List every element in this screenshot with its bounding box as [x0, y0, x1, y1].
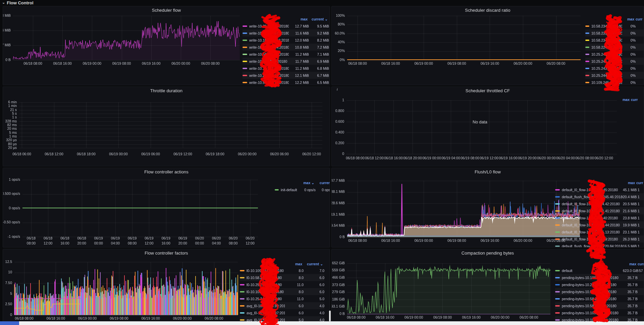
legend-series-current: 7.2 MiB: [309, 45, 329, 49]
legend-series-name[interactable]: write-10.58.245.32:20180: [249, 52, 289, 56]
legend-series-name[interactable]: default_flush_flow-10.109.220.84:20180: [562, 244, 623, 248]
legend-series-name[interactable]: write-10.25.245.45:20180: [249, 24, 289, 28]
legend-series-name[interactable]: 10.25.244.48:20180: [591, 73, 622, 77]
legend-row: write-10.25.245.45:2018012.7 MiB9.5 MiB: [243, 22, 329, 30]
panel-title[interactable]: Scheduler throttled CF: [332, 88, 644, 93]
legend-series-name[interactable]: write-10.58.234.67:20180: [249, 31, 289, 35]
legend-series-name[interactable]: write-10.25.245.18:20180: [249, 73, 289, 77]
legend-series-max: 0%: [622, 31, 636, 35]
legend-series-name[interactable]: default_l0_flow-10.58.234.99:20180: [562, 237, 623, 241]
panel-title[interactable]: Scheduler discard ratio: [332, 8, 644, 13]
legend-series-current: 7.0: [304, 269, 324, 273]
legend-series-name[interactable]: default_l0_flow-10.109.245.13:20180: [562, 230, 623, 234]
legend-header-curr[interactable]: curr: [634, 17, 644, 21]
panel-title[interactable]: Flow controller actions: [3, 169, 330, 174]
legend-header-curr[interactable]: curr: [630, 98, 644, 102]
legend-series-name[interactable]: init-default: [281, 188, 301, 192]
legend-series-name[interactable]: default_l0_flow-10.109.234.42:20180: [562, 202, 623, 206]
series-color-swatch: [243, 75, 247, 76]
legend-header-max[interactable]: max: [287, 17, 308, 21]
series-color-swatch: [555, 210, 560, 212]
legend-series-name[interactable]: 10.25.243.42:20180: [591, 66, 622, 70]
series-color-swatch: [555, 312, 560, 314]
legend-header-max[interactable]: max: [621, 17, 634, 21]
panel-title[interactable]: Throttle duration: [3, 88, 330, 93]
legend-flush_l0_flow: maxcurrdefault_l0_flow-10.25.245.45:2018…: [555, 180, 644, 248]
legend-series-name[interactable]: default_l0_flow-10.25.245.45:20180: [562, 188, 623, 192]
legend-row: l0-10.109.234.44:201808.07.0: [240, 267, 324, 274]
legend-row: avg_l0-10.58.234.99:201806.04.0: [240, 302, 324, 309]
legend-header-curr[interactable]: curr: [636, 262, 644, 266]
legend-series-name[interactable]: 10.58.231.47:20180: [591, 31, 622, 35]
legend-header-max[interactable]: max: [622, 262, 636, 266]
throttle-duration-chart[interactable]: [3, 87, 330, 166]
series-color-swatch: [555, 217, 560, 219]
legend-series-name[interactable]: 10.25.241.30:20180: [591, 52, 622, 56]
legend-series-max: 35.7 B: [623, 276, 638, 280]
series-color-swatch: [555, 277, 560, 278]
legend-series-name[interactable]: default_l0_flow-10.109.234.44:20180: [562, 223, 623, 227]
legend-series-name[interactable]: avg_l0-10.58.234.99:20180: [247, 304, 285, 308]
panel-vertical-scrollbar-thumb[interactable]: [329, 311, 331, 321]
page-horizontal-scrollbar-thumb[interactable]: [0, 321, 19, 325]
legend-scheduler_throttled_cf: maxcurr: [616, 97, 644, 103]
legend-header-max[interactable]: max: [622, 181, 635, 185]
panel-title[interactable]: Flow controller factors: [3, 251, 330, 256]
legend-header-curr[interactable]: curr: [635, 181, 644, 185]
legend-series-name[interactable]: pending-bytes-10.25.241.41:20180: [562, 283, 623, 287]
legend-series-name[interactable]: write-10.58.234.99:20180: [249, 80, 289, 85]
series-color-swatch: [243, 68, 247, 69]
scheduler-throttled-cf-chart[interactable]: [332, 87, 644, 166]
legend-series-name[interactable]: pending-bytes-10.58.234.42:20180: [562, 297, 623, 301]
legend-series-name[interactable]: l0-10.109.245.13:20180: [247, 290, 285, 294]
panel-info-icon[interactable]: i: [333, 88, 338, 91]
panel-title[interactable]: Flush/L0 flow: [332, 169, 644, 174]
legend-series-max: 6.0: [285, 311, 304, 315]
row-title: Flow Control: [7, 0, 33, 5]
legend-series-name[interactable]: 10.58.234.59:20180: [591, 38, 622, 42]
legend-series-name[interactable]: 10.58.224.40:20180: [591, 45, 622, 49]
legend-series-name[interactable]: write-10.25.241.41:20180: [249, 66, 289, 70]
legend-series-name[interactable]: l0-10.58.234.41:20180: [247, 276, 285, 280]
legend-header-max[interactable]: max ⌄: [300, 181, 314, 185]
legend-series-name[interactable]: l0-10.109.234.44:20180: [247, 269, 285, 273]
legend-row: default_l0_flow-10.109.234.44:2018019.9 …: [555, 221, 644, 228]
legend-series-name[interactable]: default_flush_flow-10.109.245.46:20180: [562, 195, 623, 199]
legend-series-name[interactable]: default: [562, 269, 623, 273]
legend-series-name[interactable]: 10.25.245.41:20180: [591, 59, 622, 63]
legend-series-name[interactable]: pending-bytes-10.58.234.40:20180: [562, 290, 623, 294]
series-color-swatch: [555, 238, 560, 240]
panel-compaction-pending-bytes: Compaction pending bytes maxcurrdefault6…: [331, 249, 644, 325]
legend-row: write-10.58.234.67:2018011.6 MiB9.2 MiB: [243, 30, 329, 37]
legend-row: pending-bytes-10.25.241.41:2018035.7 B: [555, 281, 644, 288]
legend-series-name[interactable]: pending-bytes-10.109.245.13:20180: [562, 311, 623, 315]
legend-row: 10.25.244.48:201800%: [585, 72, 644, 79]
legend-series-name[interactable]: write-10.109.234.4:20180: [249, 45, 289, 49]
legend-row: default_l0_flow-10.58.234.40:2018023.8 M…: [555, 214, 644, 221]
panel-title[interactable]: Compaction pending bytes: [332, 251, 644, 256]
legend-series-name[interactable]: pending-bytes-10.109.245.45:20180: [562, 276, 623, 280]
legend-header-current[interactable]: current: [314, 181, 330, 185]
page-horizontal-scrollbar-track[interactable]: [0, 321, 644, 325]
legend-header-current[interactable]: current ⌄: [308, 17, 328, 21]
legend-series-name[interactable]: l0-10.25.245.40:20180: [247, 283, 285, 287]
legend-header-max[interactable]: max: [283, 262, 302, 266]
legend-series-max: 0%: [622, 24, 636, 28]
legend-header-current[interactable]: current ⌄: [302, 262, 323, 266]
legend-series-name[interactable]: avg_l0-10.58.234.97:20180: [247, 311, 285, 315]
series-color-swatch: [585, 47, 589, 48]
legend-series-name[interactable]: 10.109.245.64:20180: [591, 80, 622, 85]
legend-series-name[interactable]: default_l0_flow-10.58.234.40:20180: [562, 216, 623, 220]
legend-series-name[interactable]: write-10.109.245.13:20180: [249, 38, 289, 42]
legend-header-max[interactable]: max: [616, 98, 630, 102]
legend-scheduler_discard_ratio: maxcurr10.58.234.45:201800%10.58.231.47:…: [585, 16, 644, 85]
legend-series-name[interactable]: write-10.58.234.9:20180: [249, 59, 289, 63]
panel-title[interactable]: Scheduler flow: [3, 8, 330, 13]
legend-series-name[interactable]: 10.58.234.45:20180: [591, 24, 622, 28]
legend-series-current: 57: [638, 269, 644, 273]
row-flow-control-toggle[interactable]: ⌄ Flow Control: [2, 0, 34, 5]
legend-series-name[interactable]: l0-10.25.241.41:20180: [247, 297, 285, 301]
series-color-swatch: [555, 189, 560, 191]
legend-series-name[interactable]: pending-bytes-10.58.224.44:20180: [562, 304, 623, 308]
legend-series-name[interactable]: default_l0_flow-10.109.241.41:20180: [562, 209, 623, 213]
